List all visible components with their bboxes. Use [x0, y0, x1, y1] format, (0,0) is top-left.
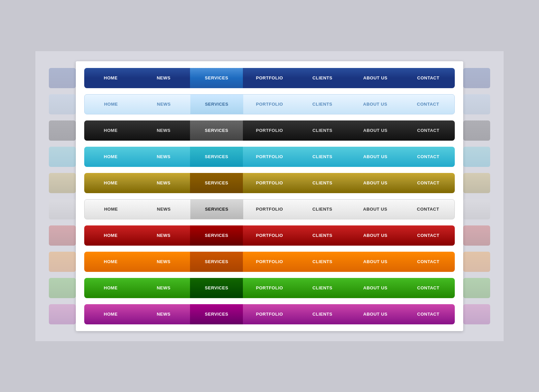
nav-news-white[interactable]: NEWS — [137, 200, 190, 219]
shadow-strip-lightblue-right — [463, 94, 490, 114]
nav-portfolio-green[interactable]: PORTFOLIO — [243, 278, 296, 298]
nav-services-orange[interactable]: SERVICES — [190, 252, 243, 272]
nav-clients-blue[interactable]: CLIENTS — [296, 68, 349, 88]
shadow-strip-gold-left — [49, 173, 76, 193]
navbar-purple: HOME NEWS SERVICES PORTFOLIO CLIENTS ABO… — [84, 304, 455, 324]
navbar-green: HOME NEWS SERVICES PORTFOLIO CLIENTS ABO… — [84, 278, 455, 298]
navbar-cyan: HOME NEWS SERVICES PORTFOLIO CLIENTS ABO… — [84, 147, 455, 167]
nav-contact-cyan[interactable]: CONTACT — [402, 147, 455, 167]
nav-news-black[interactable]: NEWS — [137, 120, 190, 141]
nav-contact-white[interactable]: CONTACT — [402, 200, 454, 219]
nav-services-purple[interactable]: SERVICES — [190, 304, 243, 324]
navbar-black: HOME NEWS SERVICES PORTFOLIO CLIENTS ABO… — [84, 120, 455, 141]
navbar-white: HOME NEWS SERVICES PORTFOLIO CLIENTS ABO… — [84, 199, 455, 219]
nav-clients-black[interactable]: CLIENTS — [296, 120, 349, 141]
nav-news-red[interactable]: NEWS — [137, 225, 190, 246]
shadow-strip-cyan-left — [49, 147, 76, 167]
shadow-strip-green-right — [463, 278, 490, 298]
nav-home-orange[interactable]: HOME — [84, 252, 137, 272]
nav-contact-lightblue[interactable]: CONTACT — [402, 95, 454, 114]
nav-aboutus-white[interactable]: ABOUT US — [349, 200, 402, 219]
shadow-strip-gold-right — [463, 173, 490, 193]
nav-aboutus-blue[interactable]: ABOUT US — [349, 68, 402, 88]
nav-contact-gold[interactable]: CONTACT — [402, 173, 455, 193]
nav-home-purple[interactable]: HOME — [84, 304, 137, 324]
nav-home-green[interactable]: HOME — [84, 278, 137, 298]
nav-contact-blue[interactable]: CONTACT — [402, 68, 455, 88]
nav-portfolio-black[interactable]: PORTFOLIO — [243, 120, 296, 141]
navbar-lightblue: HOME NEWS SERVICES PORTFOLIO CLIENTS ABO… — [84, 94, 455, 114]
nav-home-lightblue[interactable]: HOME — [85, 95, 137, 114]
nav-clients-green[interactable]: CLIENTS — [296, 278, 349, 298]
nav-aboutus-cyan[interactable]: ABOUT US — [349, 147, 402, 167]
nav-portfolio-lightblue[interactable]: PORTFOLIO — [243, 95, 296, 114]
nav-home-white[interactable]: HOME — [85, 200, 137, 219]
nav-portfolio-red[interactable]: PORTFOLIO — [243, 225, 296, 246]
nav-portfolio-orange[interactable]: PORTFOLIO — [243, 252, 296, 272]
nav-contact-orange[interactable]: CONTACT — [402, 252, 455, 272]
nav-news-orange[interactable]: NEWS — [137, 252, 190, 272]
nav-aboutus-lightblue[interactable]: ABOUT US — [349, 95, 402, 114]
shadow-strip-white-right — [463, 199, 490, 219]
shadow-strip-orange-left — [49, 252, 76, 272]
nav-clients-purple[interactable]: CLIENTS — [296, 304, 349, 324]
navbar-orange: HOME NEWS SERVICES PORTFOLIO CLIENTS ABO… — [84, 252, 455, 272]
nav-clients-red[interactable]: CLIENTS — [296, 225, 349, 246]
shadow-strip-blue-right — [463, 68, 490, 88]
nav-clients-orange[interactable]: CLIENTS — [296, 252, 349, 272]
nav-portfolio-cyan[interactable]: PORTFOLIO — [243, 147, 296, 167]
nav-home-black[interactable]: HOME — [84, 120, 137, 141]
nav-services-lightblue[interactable]: SERVICES — [190, 95, 243, 114]
main-content: HOME NEWS SERVICES PORTFOLIO CLIENTS ABO… — [76, 61, 463, 331]
nav-clients-lightblue[interactable]: CLIENTS — [296, 95, 349, 114]
shadow-strip-blue-left — [49, 68, 76, 88]
nav-services-red[interactable]: SERVICES — [190, 225, 243, 246]
nav-home-gold[interactable]: HOME — [84, 173, 137, 193]
shadow-strip-red-right — [463, 225, 490, 246]
nav-services-blue[interactable]: SERVICES — [190, 68, 243, 88]
shadow-strip-lightblue-left — [49, 94, 76, 114]
nav-contact-green[interactable]: CONTACT — [402, 278, 455, 298]
nav-clients-gold[interactable]: CLIENTS — [296, 173, 349, 193]
navbar-blue: HOME NEWS SERVICES PORTFOLIO CLIENTS ABO… — [84, 68, 455, 88]
nav-news-blue[interactable]: NEWS — [137, 68, 190, 88]
nav-news-green[interactable]: NEWS — [137, 278, 190, 298]
shadow-strip-cyan-right — [463, 147, 490, 167]
nav-services-black[interactable]: SERVICES — [190, 120, 243, 141]
nav-clients-white[interactable]: CLIENTS — [296, 200, 349, 219]
shadow-strip-green-left — [49, 278, 76, 298]
nav-contact-purple[interactable]: CONTACT — [402, 304, 455, 324]
page-wrapper: HOME NEWS SERVICES PORTFOLIO CLIENTS ABO… — [35, 51, 504, 341]
nav-portfolio-blue[interactable]: PORTFOLIO — [243, 68, 296, 88]
nav-services-white[interactable]: SERVICES — [190, 200, 243, 219]
nav-portfolio-white[interactable]: PORTFOLIO — [243, 200, 296, 219]
nav-aboutus-black[interactable]: ABOUT US — [349, 120, 402, 141]
nav-home-blue[interactable]: HOME — [84, 68, 137, 88]
nav-home-red[interactable]: HOME — [84, 225, 137, 246]
shadow-strip-purple-left — [49, 304, 76, 324]
nav-services-green[interactable]: SERVICES — [190, 278, 243, 298]
shadow-strip-white-left — [49, 199, 76, 219]
nav-aboutus-green[interactable]: ABOUT US — [349, 278, 402, 298]
nav-aboutus-gold[interactable]: ABOUT US — [349, 173, 402, 193]
nav-services-gold[interactable]: SERVICES — [190, 173, 243, 193]
right-shadow-column — [463, 61, 490, 331]
nav-home-cyan[interactable]: HOME — [84, 147, 137, 167]
shadow-strip-orange-right — [463, 252, 490, 272]
nav-contact-red[interactable]: CONTACT — [402, 225, 455, 246]
nav-news-cyan[interactable]: NEWS — [137, 147, 190, 167]
nav-aboutus-orange[interactable]: ABOUT US — [349, 252, 402, 272]
shadow-strip-black-left — [49, 120, 76, 141]
navbar-gold: HOME NEWS SERVICES PORTFOLIO CLIENTS ABO… — [84, 173, 455, 193]
nav-news-purple[interactable]: NEWS — [137, 304, 190, 324]
nav-news-lightblue[interactable]: NEWS — [137, 95, 190, 114]
navbar-red: HOME NEWS SERVICES PORTFOLIO CLIENTS ABO… — [84, 225, 455, 246]
nav-contact-black[interactable]: CONTACT — [402, 120, 455, 141]
nav-portfolio-purple[interactable]: PORTFOLIO — [243, 304, 296, 324]
nav-portfolio-gold[interactable]: PORTFOLIO — [243, 173, 296, 193]
nav-aboutus-red[interactable]: ABOUT US — [349, 225, 402, 246]
nav-news-gold[interactable]: NEWS — [137, 173, 190, 193]
nav-clients-cyan[interactable]: CLIENTS — [296, 147, 349, 167]
nav-services-cyan[interactable]: SERVICES — [190, 147, 243, 167]
nav-aboutus-purple[interactable]: ABOUT US — [349, 304, 402, 324]
